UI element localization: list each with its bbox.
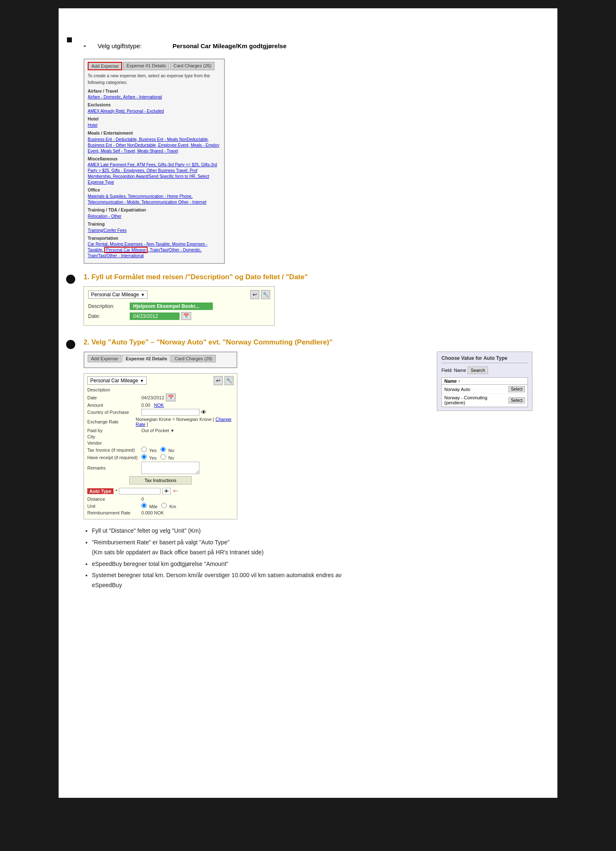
choose-search-button[interactable]: Search	[468, 366, 488, 374]
category-training: Training Training/Confer Fees	[88, 221, 221, 234]
pcm-form-1: Personal Car Mileage ▼ ↩ 🔧 Description: …	[84, 286, 275, 326]
df-unit-value: Mile Km	[141, 503, 176, 509]
df-exchange-label: Exchange Rate	[87, 419, 136, 424]
calendar-icon[interactable]: 📅	[181, 312, 191, 320]
df-icons: ↩ 🔧	[214, 376, 234, 385]
dot-step2	[66, 340, 75, 349]
tab-card-charges-1[interactable]: Card Charges (26)	[170, 62, 214, 70]
df-distance-value: 0	[141, 497, 144, 502]
choose-search-row: Field: Name Search	[441, 366, 528, 374]
unit-mile-radio[interactable]	[141, 503, 147, 508]
df-description-row: Description	[87, 387, 234, 392]
change-rate-link[interactable]: Change Rate	[136, 417, 232, 427]
df-amount-label: Amount	[87, 403, 141, 408]
tab-add-expense-2[interactable]: Add Expense	[88, 355, 121, 362]
step1-heading: 1. Fyll ut Formålet med reisen /"Descrip…	[84, 273, 532, 281]
receipt-yes-radio[interactable]	[141, 454, 147, 460]
pcm-date-label: Date:	[88, 313, 130, 319]
nok-link[interactable]: NOK	[154, 403, 164, 408]
df-remarks-row: Remarks	[87, 462, 234, 474]
category-airfare: Airfare / Travel Airfare - Domestic, Air…	[88, 88, 221, 101]
personal-car-mileage-link[interactable]: Personal Car Mileage	[104, 247, 148, 253]
df-icon-tool[interactable]: 🔧	[224, 376, 234, 385]
choose-panel: Choose Value for Auto Type Field: Name S…	[437, 352, 532, 411]
unit-km-radio[interactable]	[161, 503, 167, 508]
tab-add-expense-1[interactable]: Add Expense	[88, 62, 122, 70]
norway-commuting-label: Norway - Commuting (pendiere)	[444, 395, 508, 405]
intro-section: - Velg utgiftstype: Personal Car Mileage…	[84, 42, 532, 50]
df-rate-label: Reimbursement Rate	[87, 510, 141, 515]
df-paidby-value: Out of Pocket ▼	[141, 428, 175, 433]
pcm-icon-tool[interactable]: 🔧	[261, 290, 270, 299]
df-distance-label: Distance	[87, 497, 141, 502]
detail-form: Personal Car Mileage ▼ ↩ 🔧 Description D…	[84, 373, 237, 519]
category-office: Office Materials & Supplies, Telecommuni…	[88, 187, 221, 205]
pcm-icon-back[interactable]: ↩	[250, 290, 259, 299]
choose-field-label: Field: Name	[441, 368, 466, 373]
receipt-no-radio[interactable]	[160, 454, 166, 460]
category-tda: Training / TDA / Expatriation Relocation…	[88, 207, 221, 219]
df-country-icon[interactable]: 👁	[201, 409, 207, 416]
pcm-date-row: Date: 04/23/2012 📅	[88, 312, 270, 320]
paidby-arrow-icon[interactable]: ▼	[170, 428, 175, 433]
df-unit-row: Unit Mile Km	[87, 503, 234, 509]
category-transportation: Transportation Car Rental, Moving Expens…	[88, 235, 221, 259]
pcm-description-label: Description:	[88, 303, 130, 309]
main-page: - Velg utgiftstype: Personal Car Mileage…	[59, 8, 557, 798]
df-chevron-down-icon: ▼	[140, 379, 144, 383]
pcm-date-input[interactable]: 04/23/2012	[130, 312, 180, 320]
norway-commuting-select-button[interactable]: Select	[508, 397, 525, 403]
df-calendar-icon[interactable]: 📅	[166, 394, 176, 401]
unit-km-label: Km	[169, 504, 176, 509]
expense-tabs-1: Add Expense Expense #1 Details Card Char…	[88, 62, 221, 70]
tax-invoice-yes-radio[interactable]	[141, 447, 147, 452]
intro-label: Velg utgiftstype:	[98, 42, 164, 49]
df-country-label: Country of Purchase	[87, 410, 141, 415]
bullet-list: Fyll ut "Distance" feltet og velg "Unit"…	[92, 526, 532, 590]
df-taxinvoice-value: Yes No	[141, 447, 174, 453]
unit-mile-label: Mile	[149, 504, 158, 509]
bullet-4: Systemet beregner total km. Dersom km/år…	[92, 571, 532, 590]
expense-box-2: Add Expense Expense #2 Details Card Char…	[84, 352, 237, 368]
section2-wrap: Add Expense Expense #2 Details Card Char…	[84, 352, 532, 519]
section2-left: Add Expense Expense #2 Details Card Char…	[84, 352, 429, 519]
tax-instructions-button[interactable]: Tax Instructions	[129, 476, 192, 485]
df-remarks-input[interactable]	[141, 462, 200, 474]
dot-step1	[66, 275, 75, 284]
df-header: Personal Car Mileage ▼ ↩ 🔧	[87, 376, 234, 385]
expense-intro-text: To create a new expense item, select an …	[88, 73, 221, 86]
df-dropdown-label: Personal Car Mileage	[90, 378, 138, 384]
step2-heading: 2. Velg "Auto Type" – "Norway Auto" evt.…	[84, 338, 532, 347]
pcm-description-input[interactable]: Hjelpsom Eksempel Beskr...	[130, 303, 213, 310]
choose-list: Name ↑ Norway Auto Select Norway - Commu…	[441, 377, 528, 407]
tab-expense-details-1[interactable]: Expense #1 Details	[123, 62, 169, 70]
chevron-down-icon: ▼	[140, 293, 145, 297]
tab-card-charges-2[interactable]: Card Charges (26)	[171, 355, 216, 362]
df-vendor-label: Vendor	[87, 440, 141, 445]
category-hotel: Hotel Hotel	[88, 116, 221, 128]
category-meals: Meals / Entertainment Business Ent - Ded…	[88, 130, 221, 154]
auto-type-input[interactable]	[119, 488, 160, 494]
df-city-label: City	[87, 434, 141, 439]
category-exclusions: Exclusions AMEX Already Rptd, Personal -…	[88, 102, 221, 114]
df-dropdown[interactable]: Personal Car Mileage ▼	[87, 376, 147, 385]
expense-body-1: To create a new expense item, select an …	[88, 73, 221, 259]
df-country-input[interactable]	[141, 409, 200, 416]
df-exchange-row: Exchange Rate Norwegian Krone = Norwegia…	[87, 417, 234, 427]
norway-auto-select-button[interactable]: Select	[508, 386, 525, 392]
df-amount-row: Amount 0.00 NOK	[87, 403, 234, 408]
red-arrow-icon: ←	[172, 487, 179, 495]
expense-box-1: Add Expense Expense #1 Details Card Char…	[84, 59, 225, 264]
pcm-header: Personal Car Mileage ▼ ↩ 🔧	[88, 290, 270, 299]
df-exchange-value: Norwegian Krone = Norwegian Krone [ Chan…	[136, 417, 234, 427]
tax-invoice-no-radio[interactable]	[160, 447, 166, 452]
auto-type-row: Auto Type * 👁 ←	[87, 487, 234, 495]
auto-type-lookup-icon[interactable]: 👁	[162, 488, 171, 494]
df-icon-back[interactable]: ↩	[214, 376, 223, 385]
tab-expense-details-2[interactable]: Expense #2 Details	[122, 355, 170, 362]
df-date-label: Date	[87, 395, 141, 400]
bullet-2: "Reimbursement Rate" er basert på valgt …	[92, 538, 532, 558]
category-misc: Miscellaneous AMEX Late Payment Fee, ATM…	[88, 156, 221, 186]
norway-auto-label: Norway Auto	[444, 387, 470, 392]
pcm-dropdown[interactable]: Personal Car Mileage ▼	[88, 290, 148, 299]
